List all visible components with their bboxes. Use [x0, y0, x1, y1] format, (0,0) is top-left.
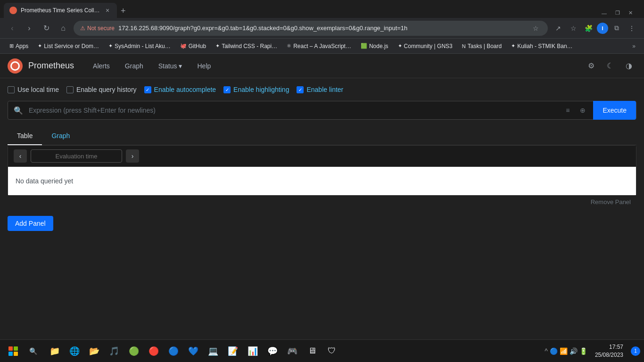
- settings-gear-button[interactable]: ⚙: [584, 58, 599, 74]
- format-icon[interactable]: ≡: [561, 104, 574, 117]
- enable-linter-checkbox[interactable]: [297, 86, 304, 93]
- taskbar-app2-icon[interactable]: 🔴: [144, 342, 163, 361]
- extensions-icon[interactable]: 🧩: [582, 22, 595, 35]
- windows-logo-icon: [8, 346, 18, 356]
- settings-icon[interactable]: ⋮: [625, 22, 638, 35]
- taskbar-app7-icon[interactable]: 📊: [243, 342, 262, 361]
- new-tab-button[interactable]: +: [117, 4, 130, 18]
- tab-graph[interactable]: Graph: [42, 127, 79, 145]
- execute-button[interactable]: Execute: [593, 101, 636, 120]
- insecure-indicator: ⚠ Not secure: [80, 25, 115, 32]
- bookmark-github[interactable]: 🐙 GitHub: [176, 41, 210, 51]
- taskbar-app8-icon[interactable]: 💬: [263, 342, 282, 361]
- bookmark-icon-2: ✦: [108, 43, 113, 49]
- tray-wifi-icon[interactable]: 📶: [560, 347, 568, 355]
- no-data-message: No data queried yet: [16, 177, 73, 185]
- window-minimize-icon[interactable]: —: [598, 8, 611, 18]
- enable-highlighting-option[interactable]: Enable highlighting: [223, 86, 289, 93]
- window-controls: — ❐ ✕: [594, 8, 640, 18]
- bookmark-icon[interactable]: ☆: [530, 23, 541, 34]
- url-bar[interactable]: ⚠ Not secure 172.16.225.68:9090/graph?g0…: [74, 21, 548, 36]
- tray-app1-icon[interactable]: 🔵: [550, 347, 558, 355]
- nav-links: Alerts Graph Status ▾ Help: [85, 56, 584, 76]
- evaluation-time-input[interactable]: [31, 149, 122, 163]
- forward-button[interactable]: ›: [23, 22, 36, 35]
- tab-table[interactable]: Table: [8, 127, 42, 145]
- bookmark-react[interactable]: ⚛ React – A JavaScript…: [283, 41, 355, 51]
- taskbar-browser-icon[interactable]: 🌐: [65, 342, 84, 361]
- remove-panel-button[interactable]: Remove Panel: [591, 198, 631, 206]
- eval-next-button[interactable]: ›: [126, 149, 139, 163]
- bookmarks-more-button[interactable]: »: [629, 41, 638, 51]
- react-icon: ⚛: [287, 43, 291, 49]
- nav-help[interactable]: Help: [190, 56, 218, 76]
- nav-alerts[interactable]: Alerts: [85, 56, 117, 76]
- clock-area[interactable]: 17:57 25/08/2023: [591, 341, 627, 361]
- taskbar-date: 25/08/2023: [595, 351, 623, 359]
- nav-graph[interactable]: Graph: [117, 56, 151, 76]
- taskbar-music-icon[interactable]: 🎵: [105, 342, 124, 361]
- active-tab[interactable]: Prometheus Time Series Collecti… ×: [4, 3, 117, 18]
- taskbar-app4-icon[interactable]: 💙: [184, 342, 203, 361]
- star-icon[interactable]: ☆: [567, 22, 580, 35]
- taskbar-folder-icon[interactable]: 📂: [85, 342, 104, 361]
- share-icon[interactable]: ↗: [552, 22, 565, 35]
- taskbar-app11-icon[interactable]: 🛡: [322, 342, 341, 361]
- tab-close-button[interactable]: ×: [104, 7, 111, 14]
- warning-icon: ⚠: [80, 25, 85, 32]
- metrics-explorer-icon[interactable]: ⊕: [576, 104, 589, 117]
- enable-highlighting-label: Enable highlighting: [233, 86, 289, 93]
- url-actions: ☆: [530, 23, 541, 34]
- bookmark-apps[interactable]: ⊞ Apps: [6, 41, 32, 51]
- window-close-icon[interactable]: ✕: [625, 8, 636, 18]
- home-button[interactable]: ⌂: [57, 22, 70, 35]
- start-button[interactable]: [4, 342, 23, 361]
- profile-button[interactable]: I: [597, 23, 608, 34]
- enable-autocomplete-option[interactable]: Enable autocomplete: [144, 86, 216, 93]
- system-tray: ^ 🔵 📶 🔊 🔋: [545, 347, 587, 355]
- enable-linter-option[interactable]: Enable linter: [297, 86, 343, 93]
- url-text[interactable]: 172.16.225.68:9090/graph?g0.expr=&g0.tab…: [118, 25, 526, 32]
- add-panel-button[interactable]: Add Panel: [8, 216, 53, 231]
- prometheus-logo: [8, 58, 23, 74]
- bookmark-tasks[interactable]: N Tasks | Board: [458, 41, 505, 51]
- extensions2-icon[interactable]: ⧉: [610, 22, 623, 35]
- taskbar-app1-icon[interactable]: 🟢: [124, 342, 143, 361]
- taskbar-app6-icon[interactable]: 📝: [223, 342, 242, 361]
- bookmark-kuliah[interactable]: ✦ Kuliah - STMIK Ban…: [507, 41, 576, 51]
- bookmark-tailwind[interactable]: ✦ Tailwind CSS - Rapi…: [212, 41, 281, 51]
- tray-volume-icon[interactable]: 🔊: [570, 347, 578, 355]
- taskbar-app3-icon[interactable]: 🔵: [164, 342, 183, 361]
- taskbar-file-manager-icon[interactable]: 📁: [45, 342, 64, 361]
- notification-badge[interactable]: 1: [631, 346, 640, 356]
- tray-expand-icon[interactable]: ^: [545, 347, 548, 355]
- tab-favicon: [9, 7, 17, 14]
- taskbar-app10-icon[interactable]: 🖥: [303, 342, 322, 361]
- dark-mode-button[interactable]: ☾: [603, 58, 618, 74]
- tab-bar: Prometheus Time Series Collecti… × + — ❐…: [0, 0, 644, 18]
- enable-highlighting-checkbox[interactable]: [223, 86, 231, 93]
- bookmark-nodejs[interactable]: 🟩 Node.js: [357, 41, 392, 51]
- taskbar-search-button[interactable]: 🔍: [25, 343, 41, 360]
- bookmark-community[interactable]: ✦ Community | GNS3: [394, 41, 456, 51]
- reload-button[interactable]: ↻: [40, 22, 53, 35]
- taskbar-app9-icon[interactable]: 🎮: [283, 342, 302, 361]
- panel-body: ‹ › No data queried yet: [8, 145, 636, 196]
- back-button[interactable]: ‹: [6, 22, 19, 35]
- expression-input[interactable]: [29, 107, 557, 114]
- enable-query-history-option[interactable]: Enable query history: [66, 86, 137, 93]
- tray-battery-icon[interactable]: 🔋: [579, 347, 587, 355]
- nav-status[interactable]: Status ▾: [151, 56, 190, 76]
- bookmark-icon-1: ✦: [38, 43, 42, 49]
- bookmark-sysadmin[interactable]: ✦ SysAdmin - List Aku…: [105, 41, 174, 51]
- taskbar-app5-icon[interactable]: 💻: [204, 342, 223, 361]
- bookmark-icon-4: ✦: [215, 43, 220, 49]
- window-maximize-icon[interactable]: ❐: [611, 8, 624, 18]
- use-local-time-option[interactable]: Use local time: [8, 86, 59, 93]
- eval-prev-button[interactable]: ‹: [14, 149, 27, 163]
- enable-autocomplete-checkbox[interactable]: [144, 86, 151, 93]
- bookmark-list-service[interactable]: ✦ List Service or Dom…: [34, 41, 103, 51]
- use-local-time-checkbox[interactable]: [8, 86, 15, 93]
- enable-query-history-checkbox[interactable]: [66, 86, 74, 93]
- contrast-button[interactable]: ◑: [621, 58, 636, 74]
